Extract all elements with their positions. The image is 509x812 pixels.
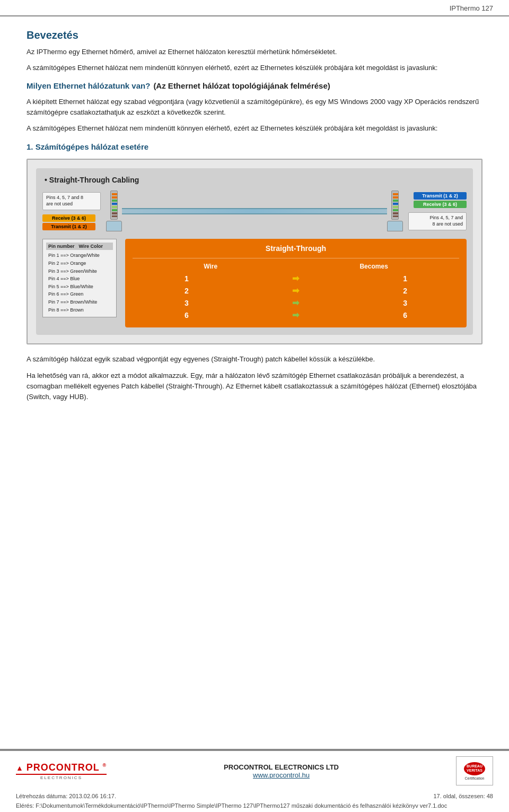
st-title: Straight-Through xyxy=(133,244,459,253)
arrow-icon-1: ➡ xyxy=(292,273,299,283)
arrow-icon-3: ➡ xyxy=(292,298,299,308)
left-note: Pins 4, 5, 7 and 8are not used xyxy=(42,192,101,210)
page-header: IPThermo 127 xyxy=(0,0,509,16)
right-plug-body xyxy=(387,221,403,231)
body-para3: A kiépített Ethernet hálózat egy szabad … xyxy=(27,97,482,118)
st-row-3: 3 ➡ 3 xyxy=(133,298,459,308)
pin-row-7: Pin 7 ==> Brown/White xyxy=(46,298,113,306)
st-col-becomes: Becomes xyxy=(359,263,388,270)
pin-table-header: Pin number Wire Color xyxy=(46,243,113,250)
st-becomes-1: 1 xyxy=(403,274,407,283)
right-label-transmit: Transmit (1 & 2) xyxy=(414,192,467,200)
st-wire-2: 2 xyxy=(185,287,189,295)
right-label-receive: Receive (3 & 6) xyxy=(414,201,467,208)
footer-cert: BUREAUVERITAS Certification xyxy=(456,756,493,785)
left-plug-pins xyxy=(110,191,118,220)
st-wire-1: 1 xyxy=(185,274,189,283)
subsection-title: 1. Számítógépes hálózat esetére xyxy=(27,142,482,151)
cert-label: Certification xyxy=(465,776,485,780)
logo-sub: ELECTRONICS xyxy=(40,775,82,780)
pin-table: Pin number Wire Color Pin 1 ==> Orange/W… xyxy=(42,239,117,317)
logo-name: PROCONTROL xyxy=(27,762,100,773)
footer-top: ▲ PROCONTROL ® ELECTRONICS PROCONTROL EL… xyxy=(0,751,509,791)
footer-logo: ▲ PROCONTROL ® ELECTRONICS xyxy=(16,762,107,780)
pin-row-8: Pin 8 ==> Brown xyxy=(46,306,113,314)
right-note: Pins 4, 5, 7 and8 are not used xyxy=(408,212,467,230)
intro-para1: Az IPThermo egy Ethernet hőmérő, amivel … xyxy=(27,47,482,57)
intro-para2: A számítógépes Ethernet hálózat nem mind… xyxy=(27,63,482,73)
bottom-para2: Ha lehetőség van rá, akkor ezt a módot a… xyxy=(27,370,482,402)
diagram-title: • Straight-Through Cabling xyxy=(42,176,467,184)
body-para4: A számítógépes Ethernet hálózat nem mind… xyxy=(27,123,482,134)
st-wire-6: 6 xyxy=(185,311,189,319)
left-plug-body xyxy=(106,221,122,231)
left-label-transmit: Transmit (1 & 2) xyxy=(42,223,95,230)
question-heading: Milyen Ethernet hálózatunk van? (Az Ethe… xyxy=(27,80,482,91)
logo-line xyxy=(16,774,107,775)
footer-company-url: www.procontrol.hu xyxy=(122,771,440,779)
arrow-icon-6: ➡ xyxy=(292,310,299,320)
pin-col-color: Wire Color xyxy=(79,244,103,249)
st-wire-3: 3 xyxy=(185,299,189,307)
st-becomes-2: 2 xyxy=(403,287,407,295)
logo-triangle: ▲ xyxy=(16,764,27,772)
pin-col-number: Pin number xyxy=(48,244,75,249)
logo-procontrol-text: ▲ PROCONTROL ® xyxy=(16,762,107,773)
st-becomes-3: 3 xyxy=(403,299,407,307)
pin-row-4: Pin 4 ==> Blue xyxy=(46,275,113,283)
cable-diagram-box: • Straight-Through Cabling Pins 4, 5, 7 … xyxy=(27,159,482,344)
logo-registered: ® xyxy=(102,763,107,768)
footer-page: 17. oldal, összesen: 48 xyxy=(433,793,493,799)
cable-line xyxy=(122,208,387,214)
diagram-bottom: Pin number Wire Color Pin 1 ==> Orange/W… xyxy=(42,239,467,327)
page-content: Bevezetés Az IPThermo egy Ethernet hőmér… xyxy=(0,16,509,418)
pin-row-6: Pin 6 ==> Green xyxy=(46,290,113,298)
cert-circle: BUREAUVERITAS xyxy=(464,762,485,775)
st-row-6: 6 ➡ 6 xyxy=(133,310,459,320)
cable-diagram-inner: • Straight-Through Cabling Pins 4, 5, 7 … xyxy=(36,168,473,335)
footer-meta: Létrehozás dátuma: 2013.02.06 16:17. 17.… xyxy=(0,791,509,801)
pin-row-3: Pin 3 ==> Green/White xyxy=(46,267,113,275)
footer-path: Elérés: F:\Dokumentumok\Termékdokumentác… xyxy=(0,801,509,812)
straight-through-box: Straight-Through Wire Becomes 1 ➡ 1 2 ➡ … xyxy=(125,239,467,327)
st-becomes-6: 6 xyxy=(403,311,407,319)
question-right: (Az Ethernet hálózat topológiájának felm… xyxy=(153,80,330,91)
question-left: Milyen Ethernet hálózatunk van? xyxy=(27,80,150,91)
st-col-wire: Wire xyxy=(204,263,217,270)
diagram-connectors: Pins 4, 5, 7 and 8are not used Receive (… xyxy=(42,191,467,231)
st-row-2: 2 ➡ 2 xyxy=(133,286,459,296)
section-title-bevezetés: Bevezetés xyxy=(27,29,482,41)
cable-visual xyxy=(101,191,408,231)
page-footer: ▲ PROCONTROL ® ELECTRONICS PROCONTROL EL… xyxy=(0,749,509,812)
cert-logo-text: BUREAUVERITAS xyxy=(467,764,482,772)
connector-left: Pins 4, 5, 7 and 8are not used Receive (… xyxy=(42,192,101,230)
footer-date: Létrehozás dátuma: 2013.02.06 16:17. xyxy=(16,793,116,799)
arrow-icon-2: ➡ xyxy=(292,286,299,296)
pin-row-5: Pin 5 ==> Blue/White xyxy=(46,283,113,291)
connector-right: Transmit (1 & 2) Receive (3 & 6) Pins 4,… xyxy=(408,192,467,230)
left-label-receive: Receive (3 & 6) xyxy=(42,214,95,222)
bottom-para1: A számítógép hálózat egyik szabad végpon… xyxy=(27,354,482,365)
pin-row-1: Pin 1 ==> Orange/White xyxy=(46,252,113,260)
st-header: Wire Becomes xyxy=(133,258,459,270)
footer-company-name: PROCONTROL ELECTRONICS LTD xyxy=(122,763,440,771)
left-plug xyxy=(106,191,122,231)
footer-company: PROCONTROL ELECTRONICS LTD www.procontro… xyxy=(122,763,440,779)
right-plug-pins xyxy=(391,191,399,220)
st-row-1: 1 ➡ 1 xyxy=(133,273,459,283)
right-plug xyxy=(387,191,403,231)
pin-row-2: Pin 2 ==> Orange xyxy=(46,260,113,267)
header-title: IPThermo 127 xyxy=(450,4,493,12)
